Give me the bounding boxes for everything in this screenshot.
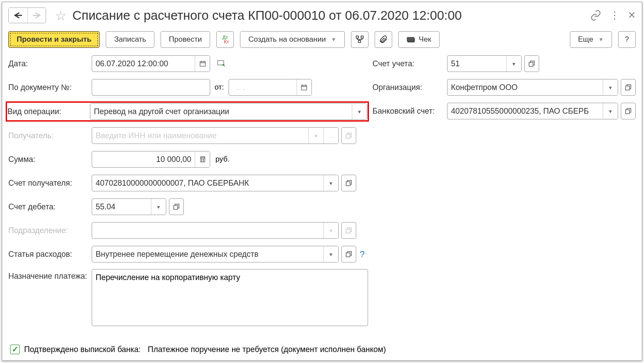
- calendar-icon[interactable]: [297, 79, 311, 95]
- docnum-input[interactable]: [92, 79, 210, 95]
- help-button[interactable]: ?: [618, 31, 636, 48]
- calculator-icon[interactable]: [195, 151, 210, 167]
- dropdown-icon[interactable]: ▾: [323, 175, 338, 191]
- purpose-textarea[interactable]: [92, 269, 368, 326]
- svg-rect-15: [346, 182, 350, 186]
- confirmed-checkbox[interactable]: ✓: [10, 345, 20, 354]
- label-amount: Сумма:: [8, 155, 92, 164]
- bank-account-value: 40207810555000000235, ПАО СБЕРБ: [447, 103, 603, 119]
- svg-rect-20: [626, 86, 630, 90]
- dtkt-button[interactable]: ДтКт: [216, 31, 234, 48]
- svg-rect-21: [626, 110, 630, 114]
- svg-rect-8: [346, 134, 350, 138]
- row-recipient-account: Счет получателя: 40702810000000000007, П…: [8, 174, 368, 192]
- recipient-account-value: 40702810000000000007, ПАО СБЕРБАНК: [92, 175, 323, 191]
- organization-value: Конфетпром ООО: [447, 79, 603, 95]
- svg-point-13: [201, 161, 202, 161]
- dropdown-icon[interactable]: ▾: [151, 199, 166, 215]
- save-button[interactable]: Записать: [106, 31, 154, 48]
- label-docnum: По документу №:: [8, 83, 92, 92]
- dropdown-icon[interactable]: ▾: [352, 104, 367, 119]
- dropdown-icon[interactable]: ▾: [506, 56, 521, 72]
- svg-rect-0: [356, 36, 358, 38]
- recipient-field: ▾ …: [92, 127, 339, 144]
- docnum-field[interactable]: [92, 79, 210, 96]
- row-division: Подразделение: ▾: [8, 222, 368, 239]
- bank-account-field[interactable]: 40207810555000000235, ПАО СБЕРБ ▾: [447, 103, 618, 119]
- expense-item-field[interactable]: Внутренее перемещение денежных средств ▾: [92, 246, 339, 262]
- label-account: Счет учета:: [372, 59, 447, 68]
- link-icon[interactable]: [590, 10, 601, 21]
- favorite-star-icon[interactable]: ☆: [54, 9, 67, 22]
- open-bank-account-icon[interactable]: [621, 103, 636, 119]
- svg-point-12: [203, 159, 204, 160]
- dropdown-icon: ▾: [308, 128, 323, 144]
- label-expense-item: Статья расходов:: [8, 250, 92, 259]
- open-recipient-icon: [341, 127, 356, 144]
- svg-rect-2: [358, 40, 361, 43]
- create-based-label: Создать на основании: [248, 35, 326, 44]
- open-debit-account-icon[interactable]: [169, 198, 184, 215]
- label-recipient: Получатель:: [8, 131, 92, 140]
- help-link-icon[interactable]: ?: [360, 249, 365, 259]
- open-account-icon[interactable]: [524, 55, 539, 72]
- nav-back-button[interactable]: [9, 8, 27, 23]
- label-op-type: Вид операции:: [7, 107, 90, 116]
- organization-field[interactable]: Конфетпром ООО ▾: [447, 79, 618, 96]
- date-field[interactable]: [92, 55, 210, 72]
- row-bank-account: Банковский счет: 40207810555000000235, П…: [372, 102, 636, 120]
- caret-down-icon: ▼: [331, 36, 336, 43]
- svg-rect-1: [361, 36, 363, 38]
- docnum-date-field[interactable]: [229, 79, 312, 96]
- row-amount: Сумма: руб.: [8, 151, 368, 168]
- row-operation-type: Вид операции: Перевод на другой счет орг…: [7, 102, 368, 121]
- structure-button[interactable]: [351, 31, 369, 48]
- more-vertical-icon[interactable]: ⋮: [609, 9, 620, 22]
- recipient-account-field[interactable]: 40702810000000000007, ПАО СБЕРБАНК ▾: [92, 175, 339, 191]
- amount-input[interactable]: [92, 151, 195, 167]
- row-organization: Организация: Конфетпром ООО ▾: [372, 79, 636, 96]
- label-docnum-from: от:: [215, 83, 224, 92]
- docnum-date-input[interactable]: [229, 79, 297, 95]
- nav-group: [8, 7, 46, 23]
- svg-rect-18: [346, 253, 350, 257]
- right-column: Счет учета: 51 ▾ Организация: Конфетпром…: [372, 55, 636, 126]
- amount-field[interactable]: [92, 151, 210, 168]
- svg-point-11: [201, 159, 202, 160]
- svg-rect-5: [200, 61, 205, 66]
- label-organization: Организация:: [372, 83, 447, 92]
- expense-item-value: Внутренее перемещение денежных средств: [92, 246, 323, 262]
- op-type-field[interactable]: Перевод на другой счет организации ▾: [90, 103, 367, 120]
- message-icon[interactable]: [215, 60, 228, 68]
- row-recipient: Получатель: ▾ …: [8, 127, 368, 144]
- calendar-icon[interactable]: [195, 56, 210, 72]
- dropdown-icon[interactable]: ▾: [603, 79, 618, 95]
- date-input[interactable]: [92, 56, 195, 72]
- check-label: Чек: [419, 35, 431, 44]
- svg-rect-16: [174, 205, 178, 209]
- open-expense-item-icon[interactable]: [341, 246, 356, 262]
- label-date: Дата:: [8, 59, 92, 68]
- more-button[interactable]: Еще ▼: [570, 31, 612, 48]
- dropdown-icon[interactable]: ▾: [323, 246, 338, 262]
- label-debit-account: Счет дебета:: [8, 202, 92, 212]
- attach-button[interactable]: [375, 31, 392, 48]
- nav-forward-button[interactable]: [27, 8, 46, 23]
- svg-rect-19: [529, 62, 533, 66]
- debit-account-value: 55.04: [92, 199, 151, 215]
- form-area: Дата: По документу №: от:: [8, 55, 636, 332]
- check-button[interactable]: Чек: [398, 31, 440, 48]
- dropdown-icon[interactable]: ▾: [603, 103, 618, 119]
- post-button[interactable]: Провести: [161, 31, 210, 48]
- close-icon[interactable]: ✕: [628, 10, 636, 21]
- account-field[interactable]: 51 ▾: [447, 55, 522, 72]
- post-and-close-button[interactable]: Провести и закрыть: [8, 31, 100, 48]
- svg-point-14: [203, 161, 204, 161]
- dropdown-icon: ▾: [323, 223, 338, 238]
- more-label: Еще: [578, 35, 594, 44]
- confirmed-text: Платежное поручение не требуется (докуме…: [148, 345, 386, 354]
- open-recipient-account-icon[interactable]: [341, 175, 356, 191]
- debit-account-field[interactable]: 55.04 ▾: [92, 198, 166, 215]
- create-based-on-button[interactable]: Создать на основании ▼: [240, 31, 344, 48]
- open-organization-icon[interactable]: [621, 79, 636, 96]
